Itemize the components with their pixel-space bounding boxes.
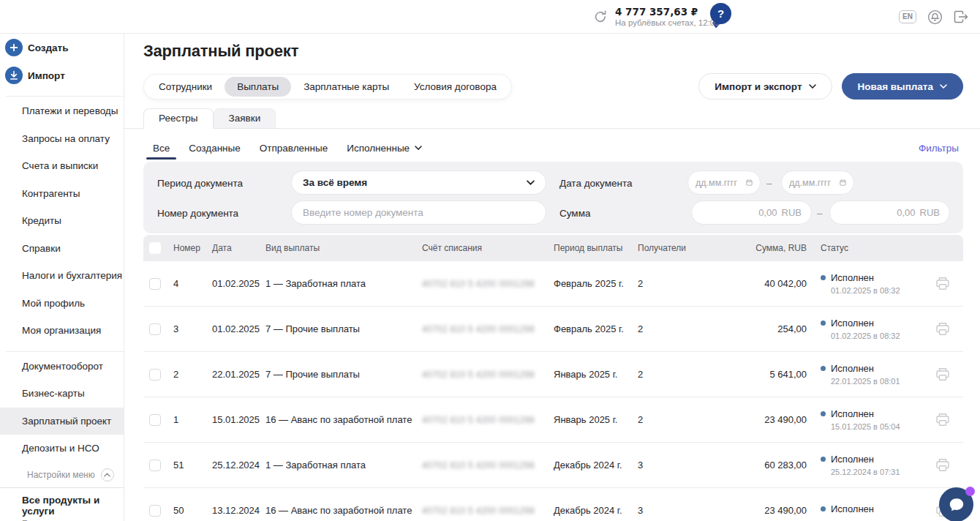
refresh-icon[interactable] xyxy=(592,9,608,25)
print-icon[interactable] xyxy=(921,412,963,427)
cell-period: Декабрь 2024 г. xyxy=(554,505,638,516)
date-to-input[interactable] xyxy=(789,178,836,188)
sidebar-item-taxes-accounting[interactable]: Налоги и бухгалтерия xyxy=(0,262,124,290)
col-header-amount: Сумма, RUB xyxy=(717,243,807,253)
cell-period: Декабрь 2024 г. xyxy=(554,460,638,471)
status-tab-executed[interactable]: Исполненные xyxy=(337,136,431,160)
new-payment-button[interactable]: Новая выплата xyxy=(842,73,963,100)
table-row[interactable]: 1 15.01.2025 16 — Аванс по заработной пл… xyxy=(143,397,963,443)
cell-account-masked: 40702 810 5 4200 0001298 xyxy=(422,324,554,334)
row-checkbox[interactable] xyxy=(149,460,161,471)
chevron-down-icon xyxy=(809,84,816,89)
cell-amount: 5 641,00 xyxy=(717,369,807,380)
amount-to-input[interactable] xyxy=(846,207,916,218)
balance-note: На рублёвых счетах, 12:05 xyxy=(615,18,720,28)
sidebar-item-salary-project[interactable]: Зарплатный проект xyxy=(0,408,124,435)
sidebar-item-business-cards[interactable]: Бизнес-карты xyxy=(0,380,124,408)
status-dot xyxy=(821,275,826,280)
sidebar-item-deposits[interactable]: Депозиты и НСО xyxy=(0,435,124,462)
row-checkbox[interactable] xyxy=(149,414,161,426)
chat-button[interactable] xyxy=(939,487,973,521)
cell-type: 7 — Прочие выплаты xyxy=(265,323,422,334)
row-checkbox[interactable] xyxy=(149,369,161,381)
amount-from-field[interactable]: RUB xyxy=(691,200,812,225)
balance-block[interactable]: 4 777 357,63 ₽ На рублёвых счетах, 12:05 xyxy=(615,6,720,28)
select-all-checkbox[interactable] xyxy=(149,242,161,254)
sidebar-item-certificates[interactable]: Справки xyxy=(0,235,124,263)
col-header-date: Дата xyxy=(212,243,265,253)
help-button[interactable]: ? xyxy=(710,3,731,24)
import-export-button[interactable]: Импорт и экспорт xyxy=(698,73,832,100)
cell-number: 4 xyxy=(173,278,212,289)
amount-from-input[interactable] xyxy=(708,207,777,218)
cell-recipients: 3 xyxy=(638,460,717,471)
date-from-input[interactable] xyxy=(696,178,742,188)
sidebar-item-credits[interactable]: Кредиты xyxy=(0,207,124,235)
sidebar: Создать Импорт Платежи и переводы Запрос… xyxy=(0,34,124,521)
sidebar-item-payments[interactable]: Платежи и переводы xyxy=(0,97,124,125)
col-header-number: Номер xyxy=(173,243,212,253)
table-row[interactable]: 4 01.02.2025 1 — Заработная плата 40702 … xyxy=(143,261,963,307)
status-time: 22.01.2025 в 08:01 xyxy=(821,377,921,386)
plus-icon xyxy=(5,39,23,56)
status-dot xyxy=(821,411,826,416)
tab-salary-cards[interactable]: Зарплатные карты xyxy=(291,77,402,97)
filters-link[interactable]: Фильтры xyxy=(919,143,963,154)
status-dot xyxy=(821,321,826,326)
print-icon[interactable] xyxy=(921,276,963,291)
status-time: 01.02.2025 в 08:32 xyxy=(821,331,921,340)
sidebar-item-my-organization[interactable]: Моя организация xyxy=(0,317,124,345)
table-row[interactable]: 3 01.02.2025 7 — Прочие выплаты 40702 81… xyxy=(143,307,963,352)
all-products-link[interactable]: Все продукты и услуги Подключение и упра… xyxy=(0,487,124,521)
print-icon[interactable] xyxy=(921,457,963,473)
cell-date: 25.12.2024 xyxy=(212,460,265,471)
logout-icon[interactable] xyxy=(954,10,968,23)
sidebar-divider xyxy=(6,351,124,352)
currency-suffix: RUB xyxy=(782,207,802,218)
row-checkbox[interactable] xyxy=(149,323,161,335)
col-header-type: Вид выплаты xyxy=(265,243,422,253)
sidebar-item-document-flow[interactable]: Документооборот xyxy=(0,353,124,381)
sidebar-item-counterparties[interactable]: Контрагенты xyxy=(0,180,124,208)
tab-payments[interactable]: Выплаты xyxy=(225,77,291,97)
table-header: Номер Дата Вид выплаты Счёт списания Пер… xyxy=(143,235,963,261)
print-icon[interactable] xyxy=(921,321,963,337)
subtab-registries[interactable]: Реестры xyxy=(143,108,214,129)
menu-settings-button[interactable]: Настройки меню xyxy=(0,462,124,487)
status-tab-all[interactable]: Все xyxy=(143,136,179,160)
sidebar-item-accounts-statements[interactable]: Счета и выписки xyxy=(0,152,124,180)
tab-employees[interactable]: Сотрудники xyxy=(146,77,225,97)
sidebar-item-payment-requests[interactable]: Запросы на оплату xyxy=(0,125,124,153)
cell-status: Исполнен xyxy=(821,503,921,517)
import-button[interactable]: Импорт xyxy=(0,61,124,89)
date-from-field[interactable] xyxy=(687,170,761,195)
row-checkbox[interactable] xyxy=(149,505,161,517)
table-row[interactable]: 2 22.01.2025 7 — Прочие выплаты 40702 81… xyxy=(143,352,963,397)
row-checkbox[interactable] xyxy=(149,278,161,290)
download-icon xyxy=(5,67,23,84)
cell-number: 1 xyxy=(173,414,212,425)
date-to-field[interactable] xyxy=(781,170,854,195)
status-tab-created[interactable]: Созданные xyxy=(179,136,250,160)
table-row[interactable]: 51 25.12.2024 1 — Заработная плата 40702… xyxy=(143,443,963,488)
print-icon[interactable] xyxy=(921,367,963,382)
amount-to-field[interactable]: RUB xyxy=(829,200,950,225)
filter-panel: Период документа За всё время Дата докум… xyxy=(143,162,963,233)
doc-number-input[interactable] xyxy=(291,200,546,225)
language-switch[interactable]: EN xyxy=(899,10,916,23)
cell-status: Исполнен 15.01.2025 в 05:04 xyxy=(821,408,921,431)
create-button[interactable]: Создать xyxy=(0,34,124,61)
status-tab-sent[interactable]: Отправленные xyxy=(250,136,337,160)
cell-account-masked: 40702 810 5 4200 0001298 xyxy=(422,370,554,380)
status-tab-label: Исполненные xyxy=(347,143,410,154)
cell-date: 22.01.2025 xyxy=(212,369,265,380)
table-row[interactable]: 50 13.12.2024 16 — Аванс по заработной п… xyxy=(143,488,963,521)
chevron-down-icon xyxy=(415,146,422,150)
period-select[interactable]: За всё время xyxy=(291,170,546,195)
sidebar-item-my-profile[interactable]: Мой профиль xyxy=(0,290,124,318)
subtab-applications[interactable]: Заявки xyxy=(214,108,276,128)
status-badge: Исполнен xyxy=(831,503,874,514)
notifications-icon[interactable] xyxy=(927,10,943,25)
cell-status: Исполнен 01.02.2025 в 08:32 xyxy=(821,318,921,340)
tab-contract-terms[interactable]: Условия договора xyxy=(402,77,509,97)
